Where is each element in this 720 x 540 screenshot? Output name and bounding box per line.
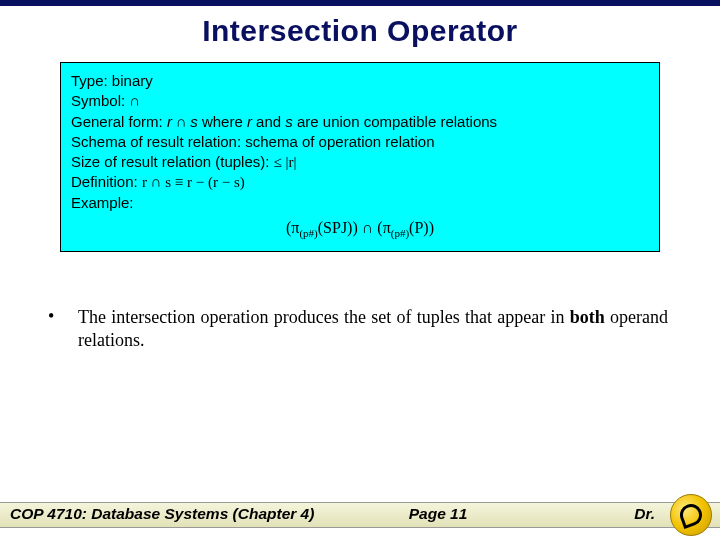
general-form-label: General form: <box>71 113 167 130</box>
def-expr: r ∩ s ≡ r − (r − s) <box>142 174 245 190</box>
general-form-row: General form: r ∩ s where r and s are un… <box>71 112 649 132</box>
symbol-row: Symbol: ∩ <box>71 91 649 111</box>
footer-author: Dr. <box>634 505 655 523</box>
type-value: binary <box>112 72 153 89</box>
slide: Intersection Operator Type: binary Symbo… <box>0 0 720 540</box>
bullet-bold: both <box>570 307 605 327</box>
ex-p: (P)) <box>409 219 434 236</box>
example-label-row: Example: <box>71 193 649 213</box>
example-expression: (π(p#)(SPJ)) ∩ (π(p#)(P)) <box>71 217 649 241</box>
size-label: Size of result relation (tuples): <box>71 153 274 170</box>
type-label: Type: <box>71 72 112 89</box>
def-label: Definition: <box>71 173 142 190</box>
slide-title: Intersection Operator <box>0 14 720 48</box>
ex-cap: ∩ <box>362 219 374 236</box>
ex-sub2: (p#) <box>391 227 409 239</box>
gf-where: where <box>198 113 247 130</box>
size-row: Size of result relation (tuples): ≤ |r| <box>71 152 649 172</box>
definition-box: Type: binary Symbol: ∩ General form: r ∩… <box>60 62 660 252</box>
footer-page: Page 11 <box>409 505 468 523</box>
bullet-mark: • <box>48 306 78 351</box>
footer-text: COP 4710: Database Systems (Chapter 4) P… <box>10 505 710 523</box>
definition-row: Definition: r ∩ s ≡ r − (r − s) <box>71 172 649 192</box>
ucf-logo-icon <box>670 494 712 536</box>
bullet-item: • The intersection operation produces th… <box>48 306 668 351</box>
footer: COP 4710: Database Systems (Chapter 4) P… <box>0 492 720 540</box>
bullet-part1: The intersection operation produces the … <box>78 307 570 327</box>
gf-op: ∩ <box>172 114 190 130</box>
gf-and: and <box>252 113 285 130</box>
ex-spj: (SPJ)) <box>318 219 362 236</box>
size-expr: ≤ |r| <box>274 154 297 170</box>
ex-sub1: (p#) <box>299 227 317 239</box>
gf-s2: s <box>285 113 293 130</box>
bullet-text: The intersection operation produces the … <box>78 306 668 351</box>
type-row: Type: binary <box>71 71 649 91</box>
gf-s: s <box>190 113 198 130</box>
ex-right-open: (π <box>373 219 390 236</box>
intersection-symbol: ∩ <box>129 93 140 109</box>
ex-left: (π <box>286 219 299 236</box>
symbol-label: Symbol: <box>71 92 129 109</box>
footer-course: COP 4710: Database Systems (Chapter 4) <box>10 505 314 523</box>
logo-inner <box>677 501 705 529</box>
schema-row: Schema of result relation: schema of ope… <box>71 132 649 152</box>
gf-rest: are union compatible relations <box>293 113 497 130</box>
